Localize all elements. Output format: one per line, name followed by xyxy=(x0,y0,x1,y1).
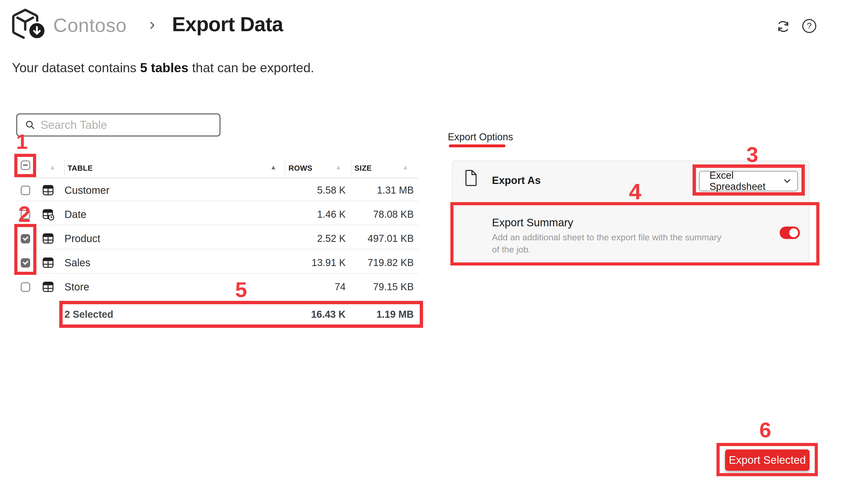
active-tab-indicator xyxy=(449,144,505,147)
table-row-count: 74 xyxy=(335,275,346,299)
table-size: 719.82 KB xyxy=(368,251,414,275)
selection-summary-row: 2 Selected 16.43 K 1.19 MB xyxy=(62,304,420,324)
export-summary-toggle[interactable] xyxy=(780,227,800,239)
table-icon xyxy=(42,257,54,269)
row-checkbox[interactable] xyxy=(21,258,30,268)
chevron-down-icon xyxy=(784,179,791,183)
sort-icon-size[interactable] xyxy=(402,164,409,170)
table-row-count: 1.46 K xyxy=(317,202,346,227)
select-all-checkbox[interactable] xyxy=(21,161,30,170)
table-row[interactable]: Customer 5.58 K 1.31 MB xyxy=(16,178,418,202)
refresh-button[interactable] xyxy=(775,19,792,35)
search-table-input[interactable] xyxy=(40,118,220,132)
table-name: Date xyxy=(65,202,87,227)
column-divider xyxy=(285,159,285,176)
export-format-dropdown[interactable]: Excel Spreadsheet xyxy=(699,171,798,191)
refresh-icon xyxy=(776,19,791,35)
row-divider xyxy=(16,249,418,249)
table-name: Customer xyxy=(65,178,109,202)
export-as-label: Export As xyxy=(492,175,540,186)
sort-asc-icon-table[interactable] xyxy=(270,164,276,170)
annotation-number-6: 6 xyxy=(759,418,771,442)
column-divider xyxy=(351,159,351,176)
row-divider xyxy=(16,225,418,225)
page-title: Export Data xyxy=(172,13,283,36)
table-row[interactable]: Date 1.46 K 78.08 KB xyxy=(16,202,418,227)
row-checkbox[interactable] xyxy=(21,282,30,292)
row-divider xyxy=(16,201,418,201)
row-checkbox[interactable] xyxy=(21,186,30,195)
export-summary-description: Add an additional sheet to the export fi… xyxy=(492,231,726,256)
table-row-count: 13.91 K xyxy=(311,251,346,275)
table-icon xyxy=(42,184,54,197)
table-name: Store xyxy=(65,275,89,299)
breadcrumb-separator: › xyxy=(149,14,155,34)
tab-export-options[interactable]: Export Options xyxy=(448,131,513,143)
sort-icon-column[interactable] xyxy=(49,164,56,170)
search-table-box xyxy=(16,113,220,137)
export-summary-label: Export Summary xyxy=(492,216,573,229)
table-count: 5 tables xyxy=(140,60,189,75)
table-row-count: 5.58 K xyxy=(317,178,346,202)
toggle-knob xyxy=(789,228,798,237)
column-header-table[interactable]: TABLE xyxy=(68,164,93,173)
dataset-summary-text: Your dataset contains 5 tables that can … xyxy=(12,60,314,75)
selected-count: 2 Selected xyxy=(65,304,113,324)
help-icon: ? xyxy=(802,18,817,35)
table-clock-icon xyxy=(42,209,54,222)
column-divider xyxy=(64,159,65,176)
selected-size-total: 1.19 MB xyxy=(376,304,414,324)
app-logo-package-icon xyxy=(12,8,48,40)
table-size: 78.08 KB xyxy=(373,202,414,227)
table-row-count: 2.52 K xyxy=(317,227,346,251)
table-size: 497.01 KB xyxy=(368,227,414,251)
search-icon xyxy=(25,120,35,130)
file-icon xyxy=(465,170,478,187)
table-row[interactable]: Store 74 79.15 KB xyxy=(16,275,418,299)
table-icon xyxy=(42,233,54,245)
breadcrumb-app[interactable]: Contoso xyxy=(53,14,127,36)
export-data-page: Contoso › Export Data ? Your dataset con… xyxy=(0,0,842,504)
table-name: Sales xyxy=(65,251,90,275)
export-selected-button[interactable]: Export Selected xyxy=(725,449,809,471)
sort-icon-rows[interactable] xyxy=(335,164,341,170)
help-button[interactable]: ? xyxy=(801,18,818,35)
export-format-value: Excel Spreadsheet xyxy=(710,170,784,192)
table-icon xyxy=(42,281,54,293)
table-row[interactable]: Product 2.52 K 497.01 KB xyxy=(16,227,418,251)
table-size: 1.31 MB xyxy=(377,178,414,202)
column-header-rows[interactable]: ROWS xyxy=(288,164,312,173)
table-name: Product xyxy=(65,227,100,251)
selected-rows-total: 16.43 K xyxy=(311,304,346,324)
column-header-size[interactable]: SIZE xyxy=(355,164,372,173)
row-divider xyxy=(16,273,418,273)
row-checkbox[interactable] xyxy=(21,234,30,244)
svg-text:?: ? xyxy=(807,21,812,31)
row-checkbox[interactable] xyxy=(21,210,30,219)
table-size: 79.15 KB xyxy=(373,275,414,299)
table-row[interactable]: Sales 13.91 K 719.82 KB xyxy=(16,251,418,275)
